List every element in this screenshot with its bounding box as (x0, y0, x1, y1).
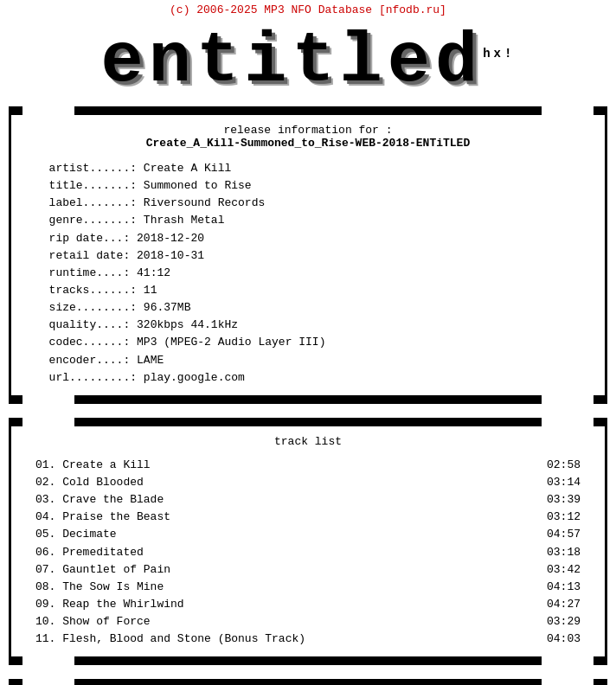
info-key: rip date...: (35, 230, 137, 247)
tl-bottom-notch-right (542, 656, 594, 665)
release-heading2: Create_A_Kill-Summoned_to_Rise-WEB-2018-… (35, 137, 581, 150)
track-name: 02. Cold Blooded (35, 474, 547, 491)
release-title: release information for : Create_A_Kill-… (35, 124, 581, 150)
track-name: 04. Praise the Beast (35, 509, 547, 526)
info-value: MP3 (MPEG-2 Audio Layer III) (137, 334, 325, 351)
info-row: tracks......: 11 (35, 282, 581, 299)
info-row: title.......: Summoned to Rise (35, 177, 581, 195)
info-key: quality....: (35, 317, 137, 334)
track-name: 06. Premeditated (35, 544, 547, 561)
info-value: 2018-12-20 (137, 230, 204, 247)
logo-text: entitled (101, 22, 484, 102)
info-key: url.........: (35, 369, 144, 387)
track-duration: 03:39 (547, 491, 581, 509)
greetings-top-bar (9, 679, 607, 685)
track-row: 08. The Sow Is Mine04:13 (35, 579, 581, 596)
track-duration: 03:18 (547, 544, 581, 561)
tl-bottom-notch-left (22, 656, 74, 665)
track-duration: 03:14 (547, 474, 581, 491)
info-row: url.........: play.google.com (35, 369, 581, 387)
info-row: encoder....: LAME (35, 352, 581, 369)
track-row: 07. Gauntlet of Pain03:42 (35, 561, 581, 579)
track-name: 03. Crave the Blade (35, 491, 547, 509)
info-value: Riversound Records (144, 195, 265, 212)
track-name: 11. Flesh, Blood and Stone (Bonus Track) (35, 631, 547, 648)
copyright-text: (c) 2006-2025 MP3 NFO Database [nfodb.ru… (0, 0, 616, 18)
info-key: tracks......: (35, 282, 144, 299)
info-row: runtime....: 41:12 (35, 265, 581, 282)
gr-top-notch-left (22, 679, 74, 685)
gr-top-notch-right (542, 679, 594, 685)
info-key: artist......: (35, 160, 144, 177)
track-row: 11. Flesh, Blood and Stone (Bonus Track)… (35, 631, 581, 648)
info-value: 320kbps 44.1kHz (137, 317, 238, 334)
tracklist-inner: track list 01. Create a Kill02:5802. Col… (9, 426, 607, 657)
track-name: 01. Create a Kill (35, 457, 547, 474)
info-key: retail date: (35, 247, 137, 265)
track-duration: 04:13 (547, 579, 581, 596)
release-info-content: release information for : Create_A_Kill-… (11, 115, 605, 395)
release-info-inner: release information for : Create_A_Kill-… (9, 115, 607, 395)
tl-top-notch-left (22, 418, 74, 426)
info-key: label.......: (35, 195, 144, 212)
info-value: 2018-10-31 (137, 247, 204, 265)
logo-badge: hX! (483, 47, 515, 61)
release-heading1: release information for : (35, 124, 581, 137)
track-row: 10. Show of Force03:29 (35, 613, 581, 631)
track-duration: 04:03 (547, 631, 581, 648)
info-value: Summoned to Rise (144, 177, 252, 195)
info-key: encoder....: (35, 352, 137, 369)
track-row: 09. Reap the Whirlwind04:27 (35, 596, 581, 613)
track-duration: 02:58 (547, 457, 581, 474)
track-name: 05. Decimate (35, 526, 547, 543)
track-row: 02. Cold Blooded03:14 (35, 474, 581, 491)
release-info-panel: release information for : Create_A_Kill-… (9, 106, 607, 404)
panel-top-bar (9, 106, 607, 115)
info-value: play.google.com (144, 369, 245, 387)
info-value: Thrash Metal (144, 212, 225, 229)
info-row: size........: 96.37MB (35, 299, 581, 317)
track-list: 01. Create a Kill02:5802. Cold Blooded03… (35, 457, 581, 649)
track-row: 03. Crave the Blade03:39 (35, 491, 581, 509)
info-value: LAME (137, 352, 164, 369)
track-duration: 03:42 (547, 561, 581, 579)
greetings-panel: greetings Shout out to all of those who … (9, 679, 607, 685)
tracklist-bottom-bar (9, 656, 607, 665)
info-row: genre.......: Thrash Metal (35, 212, 581, 229)
info-key: codec......: (35, 334, 137, 351)
track-duration: 03:12 (547, 509, 581, 526)
info-row: artist......: Create A Kill (35, 160, 581, 177)
bottom-notch-left (22, 395, 74, 404)
track-name: 09. Reap the Whirlwind (35, 596, 547, 613)
track-row: 04. Praise the Beast03:12 (35, 509, 581, 526)
tl-top-notch-right (542, 418, 594, 426)
track-duration: 04:27 (547, 596, 581, 613)
info-table: artist......: Create A Kill title.......… (35, 160, 581, 387)
info-row: quality....: 320kbps 44.1kHz (35, 317, 581, 334)
track-duration: 03:29 (547, 613, 581, 631)
track-name: 10. Show of Force (35, 613, 547, 631)
track-row: 05. Decimate04:57 (35, 526, 581, 543)
info-key: runtime....: (35, 265, 137, 282)
track-row: 01. Create a Kill02:58 (35, 457, 581, 474)
track-duration: 04:57 (547, 526, 581, 543)
info-key: genre.......: (35, 212, 144, 229)
logo-container: entitledhX! (0, 18, 616, 103)
info-value: 41:12 (137, 265, 170, 282)
track-name: 07. Gauntlet of Pain (35, 561, 547, 579)
info-row: label.......: Riversound Records (35, 195, 581, 212)
tracklist-panel: track list 01. Create a Kill02:5802. Col… (9, 418, 607, 666)
info-key: size........: (35, 299, 144, 317)
info-row: rip date...: 2018-12-20 (35, 230, 581, 247)
track-row: 06. Premeditated03:18 (35, 544, 581, 561)
info-value: 96.37MB (144, 299, 191, 317)
info-row: retail date: 2018-10-31 (35, 247, 581, 265)
tracklist-content: track list 01. Create a Kill02:5802. Col… (11, 426, 605, 657)
top-notch-left (22, 106, 74, 115)
info-value: 11 (144, 282, 157, 299)
bottom-notch-right (542, 395, 594, 404)
top-notch-right (542, 106, 594, 115)
tracklist-top-bar (9, 418, 607, 426)
tracklist-heading: track list (35, 435, 581, 448)
info-value: Create A Kill (144, 160, 231, 177)
